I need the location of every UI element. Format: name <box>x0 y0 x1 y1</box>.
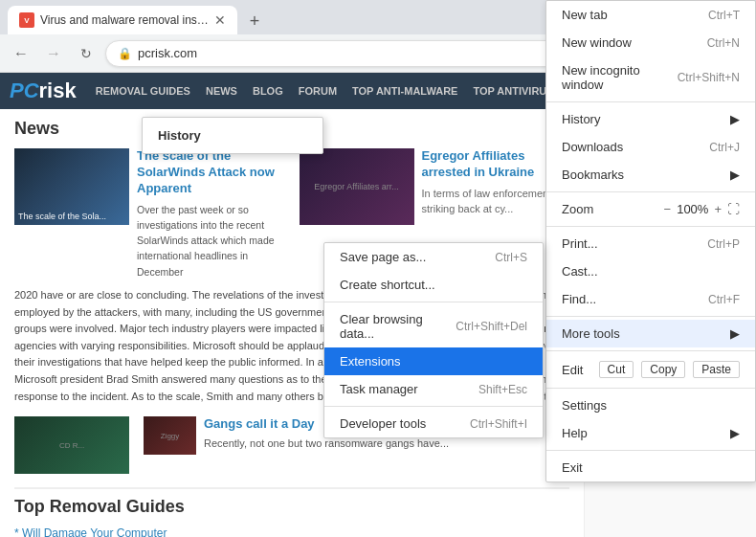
history-submenu[interactable]: History <box>142 117 323 154</box>
menu-cast[interactable]: Cast... <box>546 257 755 285</box>
find-label: Find... <box>562 292 596 306</box>
print-shortcut: Ctrl+P <box>707 237 740 251</box>
divider-7 <box>546 450 755 451</box>
settings-label: Settings <box>562 398 607 413</box>
menu-history[interactable]: History ▶ <box>546 105 755 133</box>
new-incognito-label: New incognito window <box>562 63 678 92</box>
extensions-label: Extensions <box>340 354 401 369</box>
edit-label: Edit <box>562 363 583 377</box>
zoom-label: Zoom <box>562 202 664 216</box>
downloads-label: Downloads <box>562 140 623 154</box>
bookmarks-label: Bookmarks <box>562 168 624 182</box>
menu-more-tools[interactable]: More tools ▶ <box>546 320 755 347</box>
history-label: History <box>562 112 600 126</box>
menu-help[interactable]: Help ▶ <box>546 419 755 447</box>
clear-browsing-label: Clear browsing data... <box>340 312 456 341</box>
menu-new-tab[interactable]: New tab Ctrl+T <box>546 1 755 29</box>
divider-4 <box>546 316 755 317</box>
history-arrow-icon: ▶ <box>730 112 740 126</box>
paste-button[interactable]: Paste <box>693 361 740 378</box>
zoom-fullscreen-icon[interactable]: ⛶ <box>727 202 740 216</box>
menu-zoom[interactable]: Zoom − 100% + ⛶ <box>546 195 755 223</box>
find-shortcut: Ctrl+F <box>708 293 740 306</box>
help-label: Help <box>562 426 588 440</box>
more-tools-arrow-icon: ▶ <box>730 326 740 341</box>
save-page-shortcut: Ctrl+S <box>495 251 527 264</box>
tools-extensions[interactable]: Extensions <box>324 347 543 375</box>
clear-browsing-shortcut: Ctrl+Shift+Del <box>456 320 527 333</box>
copy-button[interactable]: Copy <box>641 361 685 378</box>
cut-button[interactable]: Cut <box>599 361 634 378</box>
zoom-percent: 100% <box>677 202 708 216</box>
task-manager-shortcut: Shift+Esc <box>478 383 527 396</box>
menu-print[interactable]: Print... Ctrl+P <box>546 230 755 257</box>
tools-developer-tools[interactable]: Developer tools Ctrl+Shift+I <box>324 410 543 437</box>
tools-save-page[interactable]: Save page as... Ctrl+S <box>324 243 543 271</box>
divider-5 <box>546 350 755 351</box>
divider-1 <box>546 101 755 102</box>
tools-divider-2 <box>324 406 543 407</box>
downloads-shortcut: Ctrl+J <box>709 141 740 154</box>
menu-bookmarks[interactable]: Bookmarks ▶ <box>546 161 755 189</box>
save-page-label: Save page as... <box>340 250 426 264</box>
zoom-controls: − 100% + ⛶ <box>664 202 740 216</box>
new-window-shortcut: Ctrl+N <box>707 36 740 50</box>
menu-downloads[interactable]: Downloads Ctrl+J <box>546 133 755 161</box>
new-window-label: New window <box>562 35 632 50</box>
menu-new-incognito[interactable]: New incognito window Ctrl+Shift+N <box>546 56 755 99</box>
divider-3 <box>546 226 755 227</box>
tools-divider-1 <box>324 302 543 302</box>
context-menu-overlay: New tab Ctrl+T New window Ctrl+N New inc… <box>0 0 756 537</box>
zoom-minus-icon[interactable]: − <box>664 202 672 216</box>
menu-find[interactable]: Find... Ctrl+F <box>546 285 755 313</box>
new-tab-label: New tab <box>562 8 608 22</box>
menu-settings[interactable]: Settings <box>546 392 755 419</box>
exit-label: Exit <box>562 460 583 475</box>
developer-tools-shortcut: Ctrl+Shift+I <box>470 417 527 431</box>
help-arrow-icon: ▶ <box>730 426 740 440</box>
zoom-plus-icon[interactable]: + <box>714 202 722 216</box>
more-tools-submenu[interactable]: Save page as... Ctrl+S Create shortcut..… <box>323 242 544 438</box>
more-tools-label: More tools <box>562 326 620 341</box>
menu-exit[interactable]: Exit <box>546 454 755 481</box>
main-chrome-menu[interactable]: New tab Ctrl+T New window Ctrl+N New inc… <box>545 0 756 482</box>
divider-2 <box>546 191 755 192</box>
new-incognito-shortcut: Ctrl+Shift+N <box>678 71 740 84</box>
tools-create-shortcut[interactable]: Create shortcut... <box>324 271 543 299</box>
cast-label: Cast... <box>562 264 598 279</box>
bookmarks-arrow-icon: ▶ <box>730 168 740 182</box>
menu-edit[interactable]: Edit Cut Copy Paste <box>546 354 755 385</box>
create-shortcut-label: Create shortcut... <box>340 278 435 292</box>
tools-clear-browsing[interactable]: Clear browsing data... Ctrl+Shift+Del <box>324 305 543 347</box>
tools-task-manager[interactable]: Task manager Shift+Esc <box>324 375 543 403</box>
history-submenu-title: History <box>143 122 322 149</box>
print-label: Print... <box>562 236 598 251</box>
task-manager-label: Task manager <box>340 382 418 396</box>
menu-new-window[interactable]: New window Ctrl+N <box>546 29 755 56</box>
new-tab-shortcut: Ctrl+T <box>708 9 740 22</box>
divider-6 <box>546 388 755 389</box>
developer-tools-label: Developer tools <box>340 416 426 431</box>
